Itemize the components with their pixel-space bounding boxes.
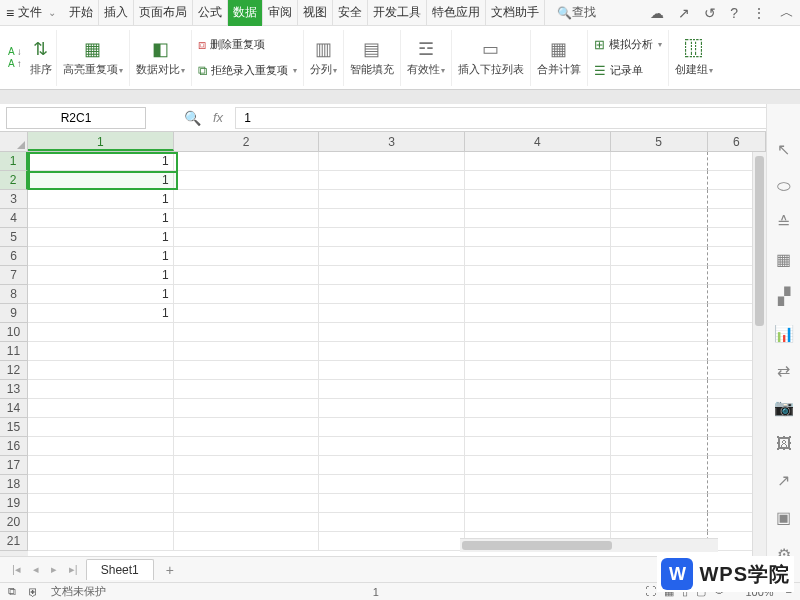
reject-duplicates-button[interactable]: ⧉拒绝录入重复项▾ xyxy=(198,58,297,84)
cell[interactable] xyxy=(319,399,465,418)
cell[interactable] xyxy=(174,266,320,285)
cell[interactable] xyxy=(611,380,708,399)
insert-dropdown-button[interactable]: ▭ 插入下拉列表 xyxy=(452,30,531,86)
cell[interactable] xyxy=(319,209,465,228)
sheet-tab[interactable]: Sheet1 xyxy=(86,559,154,580)
cell[interactable] xyxy=(28,532,174,551)
row-header[interactable]: 14 xyxy=(0,399,28,418)
cell[interactable] xyxy=(611,513,708,532)
cell[interactable] xyxy=(465,304,611,323)
cell[interactable] xyxy=(611,228,708,247)
cell[interactable] xyxy=(174,380,320,399)
row-header[interactable]: 21 xyxy=(0,532,28,551)
cell[interactable] xyxy=(319,494,465,513)
ribbon-tab-4[interactable]: 数据 xyxy=(228,0,263,26)
sheet-nav-first[interactable]: |◂ xyxy=(8,563,25,576)
row-header[interactable]: 8 xyxy=(0,285,28,304)
cell[interactable] xyxy=(319,418,465,437)
cell[interactable] xyxy=(611,285,708,304)
cell[interactable] xyxy=(28,399,174,418)
cell[interactable] xyxy=(28,342,174,361)
cell[interactable] xyxy=(611,209,708,228)
cell[interactable] xyxy=(611,342,708,361)
col-header[interactable]: 4 xyxy=(465,132,611,151)
cell[interactable] xyxy=(465,494,611,513)
ribbon-tab-9[interactable]: 特色应用 xyxy=(427,0,486,26)
cursor-icon[interactable]: ↖ xyxy=(777,140,790,159)
spreadsheet-grid[interactable]: 123456 123456789101112131415161718192021… xyxy=(0,132,766,556)
cell[interactable] xyxy=(319,190,465,209)
cell[interactable] xyxy=(174,285,320,304)
data-compare-button[interactable]: ◧ 数据对比▾ xyxy=(130,30,192,86)
cell[interactable]: 1 xyxy=(28,266,174,285)
cell[interactable] xyxy=(319,266,465,285)
consolidate-button[interactable]: ▦ 合并计算 xyxy=(531,30,588,86)
cell[interactable] xyxy=(174,323,320,342)
sheet-nav-prev[interactable]: ◂ xyxy=(29,563,43,576)
cell[interactable] xyxy=(611,171,708,190)
create-group-button[interactable]: ⿲ 创建组▾ xyxy=(669,30,719,86)
cell[interactable] xyxy=(465,380,611,399)
cell[interactable] xyxy=(174,152,320,171)
cell[interactable] xyxy=(465,190,611,209)
cell[interactable] xyxy=(611,190,708,209)
cell[interactable] xyxy=(319,380,465,399)
cell[interactable] xyxy=(465,418,611,437)
cell[interactable]: 1 xyxy=(28,152,174,171)
delete-duplicates-button[interactable]: ⧈删除重复项 xyxy=(198,32,265,58)
cell[interactable] xyxy=(611,304,708,323)
cell[interactable] xyxy=(28,456,174,475)
cell[interactable]: 1 xyxy=(28,304,174,323)
formula-input[interactable] xyxy=(235,107,794,129)
cell[interactable] xyxy=(174,190,320,209)
cell[interactable] xyxy=(465,437,611,456)
cell[interactable] xyxy=(319,323,465,342)
row-header[interactable]: 4 xyxy=(0,209,28,228)
cell[interactable] xyxy=(319,228,465,247)
history-icon[interactable]: ↺ xyxy=(704,5,716,21)
cell[interactable]: 1 xyxy=(28,190,174,209)
cell[interactable] xyxy=(319,437,465,456)
col-header[interactable]: 1 xyxy=(28,132,174,151)
protect-icon[interactable]: ⛨ xyxy=(28,586,39,598)
collapse-icon[interactable]: ︿ xyxy=(780,4,794,22)
cell[interactable] xyxy=(465,266,611,285)
row-header[interactable]: 17 xyxy=(0,456,28,475)
cell[interactable] xyxy=(28,494,174,513)
select-all-corner[interactable] xyxy=(0,132,28,152)
row-header[interactable]: 19 xyxy=(0,494,28,513)
add-sheet-button[interactable]: + xyxy=(158,562,182,578)
table-icon[interactable]: ▦ xyxy=(776,250,791,269)
col-header[interactable]: 2 xyxy=(174,132,320,151)
cell[interactable] xyxy=(319,513,465,532)
chart-icon[interactable]: 📊 xyxy=(774,324,794,343)
cell[interactable] xyxy=(28,361,174,380)
cell[interactable] xyxy=(465,456,611,475)
cell[interactable] xyxy=(28,323,174,342)
cell[interactable] xyxy=(465,342,611,361)
fullscreen-icon[interactable]: ⛶ xyxy=(645,585,656,598)
cell[interactable] xyxy=(174,247,320,266)
cell[interactable] xyxy=(465,399,611,418)
cell[interactable] xyxy=(174,456,320,475)
apps-icon[interactable]: ▞ xyxy=(778,287,790,306)
file-dropdown-icon[interactable]: ⌄ xyxy=(48,7,56,18)
row-header[interactable]: 3 xyxy=(0,190,28,209)
cell[interactable] xyxy=(465,152,611,171)
cell[interactable] xyxy=(319,475,465,494)
ribbon-tab-6[interactable]: 视图 xyxy=(298,0,333,26)
sort-desc-button[interactable]: A↑ xyxy=(8,58,22,69)
cell[interactable] xyxy=(174,399,320,418)
highlight-duplicates-button[interactable]: ▦ 高亮重复项▾ xyxy=(57,30,130,86)
cell[interactable] xyxy=(465,475,611,494)
cell[interactable] xyxy=(319,285,465,304)
cell[interactable] xyxy=(465,323,611,342)
file-menu[interactable]: 文件 xyxy=(18,4,42,21)
cell[interactable] xyxy=(611,494,708,513)
text-to-columns-button[interactable]: ▥ 分列▾ xyxy=(304,30,344,86)
cell[interactable] xyxy=(319,532,465,551)
cell[interactable] xyxy=(611,247,708,266)
row-header[interactable]: 15 xyxy=(0,418,28,437)
row-header[interactable]: 1 xyxy=(0,152,28,171)
cell[interactable] xyxy=(319,342,465,361)
